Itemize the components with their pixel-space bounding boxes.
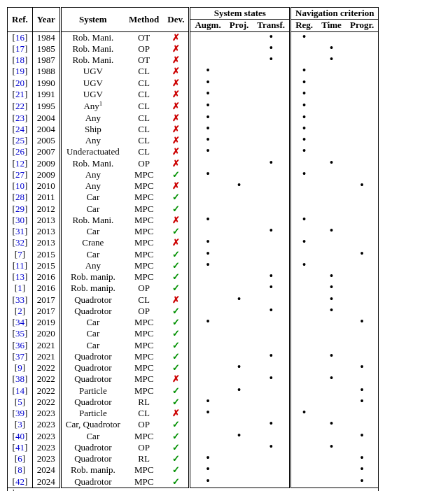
dot-icon: • — [302, 99, 307, 111]
cell-system: Quadrotor — [60, 294, 125, 306]
cell-dev: ✗ — [163, 31, 190, 43]
ref-link[interactable]: 21 — [15, 89, 24, 99]
literature-table: Ref. Year System Method Dev. System stat… — [7, 7, 379, 491]
ref-link[interactable]: 31 — [15, 226, 24, 236]
cell-augm — [190, 271, 225, 283]
cell-progr — [346, 31, 379, 43]
cell-augm: • — [190, 215, 225, 226]
cell-method: OP — [125, 306, 163, 317]
ref-link[interactable]: 22 — [15, 101, 24, 111]
cross-icon: ✗ — [172, 146, 180, 157]
check-icon: ✓ — [172, 385, 180, 396]
dot-icon: • — [302, 87, 307, 99]
ref-link[interactable]: 11 — [15, 260, 24, 271]
dot-icon: • — [302, 76, 307, 88]
dot-icon: • — [360, 463, 364, 475]
dot-icon: • — [269, 225, 273, 236]
ref-link[interactable]: 25 — [15, 135, 24, 145]
cell-ref: [20] — [8, 78, 33, 89]
table-row: [40]2023CarMPC✓•• — [8, 431, 379, 442]
cell-system: Rob. manip. — [60, 271, 125, 283]
ref-link[interactable]: 19 — [15, 66, 24, 76]
dot-icon: • — [269, 372, 273, 384]
cell-method: MPC — [125, 476, 163, 488]
cell-transf: • — [253, 226, 290, 237]
check-icon: ✓ — [172, 362, 180, 373]
cell-reg — [290, 385, 318, 397]
ref-link[interactable]: 41 — [15, 442, 24, 453]
cell-ref: [23] — [8, 113, 33, 124]
cell-transf — [253, 135, 290, 146]
ref-link[interactable]: 3 — [18, 419, 22, 429]
table-row: [2]2017QuadrotorOP✓•• — [8, 306, 379, 317]
cell-system: Car — [60, 204, 125, 215]
ref-link[interactable]: 7 — [18, 249, 22, 259]
ref-link[interactable]: 23 — [15, 113, 24, 123]
table-row: [3]2023Car, QuadrotorOP✓•• — [8, 419, 379, 430]
cell-dev: ✓ — [163, 249, 190, 260]
check-icon: ✓ — [172, 397, 180, 407]
ref-link[interactable]: 18 — [15, 55, 24, 65]
ref-link[interactable]: 42 — [15, 476, 24, 487]
ref-link[interactable]: 38 — [15, 373, 24, 384]
cell-proj — [225, 237, 253, 248]
cell-dev: ✓ — [163, 464, 190, 476]
cell-ref: [11] — [8, 260, 33, 271]
dot-icon: • — [206, 145, 210, 157]
ref-link[interactable]: 6 — [18, 453, 22, 464]
cell-time — [317, 453, 346, 464]
ref-link[interactable]: 26 — [15, 146, 24, 157]
cell-transf — [253, 317, 290, 328]
cell-progr — [346, 78, 379, 89]
ref-link[interactable]: 17 — [15, 43, 24, 54]
ref-link[interactable]: 10 — [15, 180, 24, 191]
ref-link[interactable]: 20 — [15, 78, 24, 88]
cell-system: Car — [60, 328, 125, 339]
cell-method: MPC — [125, 362, 163, 373]
ref-link[interactable]: 16 — [15, 32, 24, 43]
ref-link[interactable]: 14 — [15, 385, 24, 396]
cross-icon: ✗ — [172, 32, 180, 43]
dot-icon: • — [360, 452, 364, 464]
cell-year: 2022 — [32, 362, 60, 373]
ref-link[interactable]: 13 — [15, 271, 24, 282]
ref-link[interactable]: 29 — [15, 204, 24, 214]
cell-reg — [290, 192, 318, 203]
cell-system: Quadrotor — [60, 306, 125, 317]
cell-progr — [346, 204, 379, 215]
table-row: [23]2004AnyCL✗•• — [8, 113, 379, 124]
ref-link[interactable]: 5 — [18, 397, 22, 407]
dot-icon: • — [302, 134, 307, 145]
cell-dev: ✗ — [163, 294, 190, 306]
ref-link[interactable]: 9 — [18, 362, 22, 373]
ref-link[interactable]: 40 — [15, 431, 24, 441]
check-icon: ✓ — [172, 226, 180, 236]
ref-link[interactable]: 33 — [15, 294, 24, 305]
ref-link[interactable]: 37 — [15, 351, 24, 362]
ref-link[interactable]: 2 — [18, 306, 22, 316]
dot-icon: • — [269, 281, 273, 293]
col-augm: Augm. — [190, 20, 225, 31]
cell-year: 2015 — [32, 260, 60, 271]
cell-year: 2022 — [32, 373, 60, 385]
ref-link[interactable]: 32 — [15, 237, 24, 248]
cell-proj — [225, 78, 253, 89]
ref-link[interactable]: 12 — [15, 158, 24, 169]
cell-progr — [346, 146, 379, 157]
cell-proj: • — [225, 385, 253, 397]
ref-link[interactable]: 1 — [18, 283, 22, 293]
cell-year: 2010 — [32, 180, 60, 192]
ref-link[interactable]: 34 — [15, 317, 24, 327]
ref-link[interactable]: 39 — [15, 408, 24, 418]
ref-link[interactable]: 28 — [15, 192, 24, 202]
ref-link[interactable]: 36 — [15, 340, 24, 350]
ref-link[interactable]: 27 — [15, 169, 24, 180]
ref-link[interactable]: 24 — [15, 124, 24, 134]
cell-proj — [225, 260, 253, 271]
ref-link[interactable]: 30 — [15, 215, 24, 225]
dot-icon: • — [269, 350, 273, 362]
cell-progr — [346, 158, 379, 169]
ref-link[interactable]: 8 — [18, 464, 22, 475]
ref-link[interactable]: 35 — [15, 328, 24, 339]
dot-icon: • — [206, 406, 210, 418]
